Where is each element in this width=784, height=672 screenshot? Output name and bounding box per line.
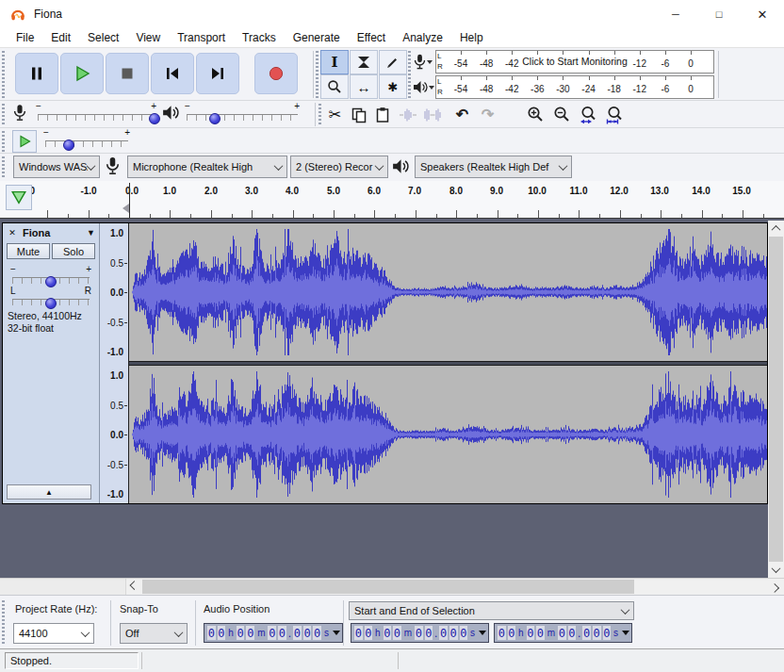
multi-tool-button[interactable]: ✱ [379,74,407,99]
waveform-left-channel[interactable] [129,223,767,361]
time-digit[interactable]: 0 [246,626,254,640]
menu-transport[interactable]: Transport [169,29,234,46]
time-digit[interactable]: 0 [393,626,401,640]
waveform-right-channel[interactable] [129,366,767,503]
time-digit[interactable]: 0 [384,626,392,640]
track-gain-slider[interactable]: − + [8,265,93,287]
time-digit[interactable]: 0 [365,626,373,640]
meter-monitoring-hint[interactable]: Click to Start Monitoring [519,55,629,68]
time-digit[interactable]: 0 [415,626,423,640]
audio-track[interactable]: ✕ Fiona ▼ Mute Solo − + L R [2,222,768,504]
time-digit[interactable]: 0 [593,626,601,640]
time-digit[interactable]: 0 [498,626,506,640]
mute-button[interactable]: Mute [7,243,50,259]
track-pan-slider[interactable]: L R [8,287,93,309]
recording-meter-scale[interactable]: LR-54-48-42-36-30-24-18-12-60Click to St… [435,50,714,74]
cut-button[interactable]: ✂ [323,103,347,126]
copy-button[interactable] [347,103,370,126]
track-pan-thumb[interactable] [45,298,57,309]
scroll-left-button[interactable] [126,579,142,595]
play-button[interactable] [60,53,104,94]
play-speed-thumb[interactable] [63,139,74,151]
time-digit[interactable]: 0 [582,626,591,640]
selection-tool-button[interactable]: I [320,50,349,74]
record-button[interactable] [254,53,298,94]
track-area[interactable]: ✕ Fiona ▼ Mute Solo − + L R [0,219,784,578]
track-close-button[interactable]: ✕ [5,225,20,240]
menu-analyze[interactable]: Analyze [394,29,451,46]
maximize-button[interactable]: □ [697,0,741,28]
time-digit[interactable]: 0 [536,626,545,640]
paste-button[interactable] [370,103,394,126]
skip-to-start-button[interactable] [151,53,194,94]
menu-view[interactable]: View [127,29,169,46]
menu-effect[interactable]: Effect [349,29,394,46]
time-digit[interactable]: 0 [425,626,433,640]
menu-help[interactable]: Help [451,29,492,46]
envelope-tool-button[interactable] [350,50,378,74]
time-shift-tool-button[interactable]: ↔ [350,74,378,99]
track-control-panel[interactable]: ✕ Fiona ▼ Mute Solo − + L R [3,223,100,503]
transport-toolbar-grip[interactable] [2,51,5,98]
waveform-view[interactable] [129,223,767,503]
play-speed-slider[interactable]: − + [41,128,132,151]
time-format-dropdown-icon[interactable] [622,631,629,635]
tools-toolbar-grip[interactable] [316,51,318,98]
playback-meter-scale[interactable]: LR-54-48-42-36-30-24-18-12-60 [435,75,714,99]
audio-position-field[interactable]: 00h00m00.000s [204,623,343,643]
time-digit[interactable]: 0 [603,626,612,640]
playback-meter[interactable]: LR-54-48-42-36-30-24-18-12-60 [411,75,714,99]
track-collapse-button[interactable]: ▲ [7,484,91,500]
time-format-dropdown-icon[interactable] [333,631,340,635]
menu-select[interactable]: Select [79,29,127,46]
undo-button[interactable]: ↶ [450,103,474,126]
track-title[interactable]: Fiona [20,227,87,238]
edit-toolbar-grip[interactable] [318,104,321,126]
redo-button[interactable]: ↷ [476,103,499,126]
horizontal-scrollbar-thumb[interactable] [142,580,634,594]
silence-audio-button[interactable] [420,103,444,126]
play-speed-toolbar-grip[interactable] [2,131,5,152]
skip-to-end-button[interactable] [196,53,239,94]
time-digit[interactable]: 0 [293,626,302,640]
quick-play-button[interactable] [6,185,32,210]
time-digit[interactable]: 0 [268,626,276,640]
track-header[interactable]: ✕ Fiona ▼ [5,225,97,240]
time-digit[interactable]: 0 [439,626,448,640]
slider-groove[interactable] [45,140,128,147]
time-digit[interactable]: 0 [313,626,321,640]
vertical-scrollbar[interactable] [768,221,784,578]
slider-groove[interactable] [38,114,155,121]
recording-device-dropdown[interactable]: Microphone (Realtek High [127,156,287,178]
zoom-out-button[interactable] [550,103,574,126]
recording-channels-dropdown[interactable]: 2 (Stereo) Recor [290,156,388,178]
menu-file[interactable]: File [8,29,42,46]
playback-volume-slider[interactable]: − + [183,102,302,124]
time-digit[interactable]: 0 [218,626,226,640]
selection-end-field[interactable]: 00h00m00.000s [494,623,632,643]
time-digit[interactable]: 0 [449,626,458,640]
time-format-dropdown-icon[interactable] [479,631,486,635]
track-menu-dropdown-icon[interactable]: ▼ [87,228,97,238]
time-digit[interactable]: 0 [558,626,566,640]
menu-generate[interactable]: Generate [285,29,349,46]
time-digit[interactable]: 0 [568,626,577,640]
snap-to-dropdown[interactable]: Off [120,623,188,644]
fit-project-button[interactable] [603,103,627,126]
recording-meter[interactable]: LR-54-48-42-36-30-24-18-12-60Click to St… [411,50,714,74]
vertical-scrollbar-thumb[interactable] [769,237,783,562]
pause-button[interactable] [15,53,58,94]
device-toolbar-grip[interactable] [2,156,5,179]
mixer-toolbar-grip[interactable] [2,104,5,126]
fit-selection-button[interactable] [577,103,600,126]
trim-audio-button[interactable] [396,103,419,126]
zoom-in-button[interactable] [524,103,547,126]
zoom-tool-button[interactable] [320,74,349,99]
time-digit[interactable]: 0 [237,626,245,640]
play-at-speed-button[interactable] [12,130,37,153]
slider-groove[interactable] [187,114,298,121]
horizontal-scrollbar[interactable] [125,579,784,595]
recording-volume-slider[interactable]: − + [34,102,158,124]
time-digit[interactable]: 0 [354,626,363,640]
title-bar[interactable]: Fiona ─ □ ✕ [0,0,784,28]
